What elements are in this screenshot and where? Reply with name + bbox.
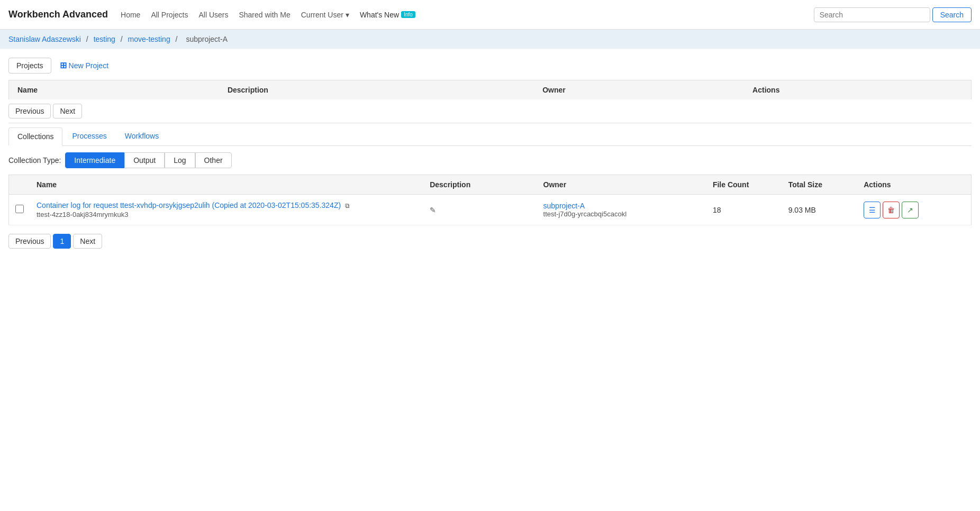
- row-owner-cell: subproject-A ttest-j7d0g-yrcacbqi5cacokl: [537, 195, 706, 225]
- row-checkbox-cell: [9, 195, 31, 225]
- projects-col-desc: Description: [228, 86, 542, 94]
- tab-processes[interactable]: Processes: [63, 127, 115, 145]
- col-filecount-header: File Count: [706, 175, 782, 195]
- breadcrumb-sep-2: /: [121, 35, 125, 43]
- main-content: Projects ⊞ New Project Name Description …: [0, 49, 980, 261]
- row-actions-cell: ☰ 🗑 ↗: [857, 195, 971, 225]
- breadcrumb: Stanislaw Adaszewski / testing / move-te…: [0, 30, 980, 49]
- collections-table-body: Container log for request ttest-xvhdp-or…: [9, 195, 972, 225]
- share-action-button[interactable]: ↗: [902, 202, 919, 218]
- navbar: Workbench Advanced Home All Projects All…: [0, 0, 980, 30]
- plus-icon: ⊞: [60, 60, 67, 70]
- row-checkbox[interactable]: [15, 205, 24, 213]
- breadcrumb-current: subproject-A: [186, 35, 228, 43]
- projects-pagination-top: Previous Next: [8, 99, 972, 123]
- info-badge: Info: [401, 11, 415, 18]
- col-actions-header: Actions: [857, 175, 971, 195]
- collection-subname: ttest-4zz18-0akj834mrymkuk3: [37, 211, 417, 218]
- list-action-button[interactable]: ☰: [864, 202, 881, 218]
- collection-type-filter: Collection Type: Intermediate Output Log…: [8, 152, 972, 168]
- type-btn-other[interactable]: Other: [195, 152, 232, 168]
- trash-icon: 🗑: [887, 206, 895, 214]
- tab-collections[interactable]: Collections: [8, 127, 62, 146]
- collection-type-label: Collection Type:: [8, 156, 61, 165]
- type-btn-intermediate[interactable]: Intermediate: [65, 152, 124, 168]
- type-btn-log[interactable]: Log: [165, 152, 195, 168]
- search-button[interactable]: Search: [932, 7, 972, 22]
- nav-all-projects[interactable]: All Projects: [151, 11, 188, 19]
- col-desc-header: Description: [423, 175, 537, 195]
- breadcrumb-sep-1: /: [86, 35, 90, 43]
- app-brand: Workbench Advanced: [8, 9, 108, 20]
- nav-links: Home All Projects All Users Shared with …: [121, 11, 814, 19]
- dropdown-arrow-icon: ▾: [346, 11, 349, 19]
- collections-table-head: Name Description Owner File Count Total …: [9, 175, 972, 195]
- next-button-bottom[interactable]: Next: [73, 234, 102, 249]
- projects-tab[interactable]: Projects: [8, 58, 51, 74]
- share-icon: ↗: [907, 206, 913, 214]
- col-name-header: Name: [30, 175, 423, 195]
- owner-link[interactable]: subproject-A: [543, 202, 700, 210]
- prev-button-top[interactable]: Previous: [8, 104, 51, 118]
- new-project-button[interactable]: ⊞ New Project: [58, 57, 111, 74]
- col-owner-header: Owner: [537, 175, 706, 195]
- row-totalsize-cell: 9.03 MB: [782, 195, 858, 225]
- prev-button-bottom[interactable]: Previous: [8, 234, 51, 249]
- search-input[interactable]: [814, 7, 930, 22]
- action-buttons: ☰ 🗑 ↗: [864, 202, 965, 218]
- divider-1: [8, 123, 972, 123]
- search-area: Search: [814, 7, 972, 22]
- external-link-icon[interactable]: ⧉: [345, 202, 350, 209]
- type-btn-output[interactable]: Output: [124, 152, 165, 168]
- tab-workflows[interactable]: Workflows: [116, 127, 167, 145]
- row-desc-cell: ✎: [423, 195, 537, 225]
- delete-action-button[interactable]: 🗑: [883, 202, 900, 218]
- collections-pagination-bottom: Previous 1 Next: [8, 230, 972, 253]
- nav-whats-new[interactable]: What's New Info: [360, 11, 415, 19]
- projects-col-actions: Actions: [752, 86, 963, 94]
- nav-shared-with-me[interactable]: Shared with Me: [239, 11, 290, 19]
- nav-home[interactable]: Home: [121, 11, 140, 19]
- next-button-top[interactable]: Next: [53, 104, 82, 118]
- projects-col-owner: Owner: [542, 86, 752, 94]
- owner-subtext: ttest-j7d0g-yrcacbqi5cacokl: [543, 210, 700, 218]
- nav-all-users[interactable]: All Users: [198, 11, 228, 19]
- nav-current-user[interactable]: Current User ▾: [301, 11, 349, 19]
- col-totalsize-header: Total Size: [782, 175, 858, 195]
- projects-table-header: Name Description Owner Actions: [8, 80, 972, 99]
- projects-header: Projects ⊞ New Project: [8, 57, 972, 74]
- list-icon: ☰: [869, 206, 876, 214]
- breadcrumb-sep-3: /: [176, 35, 180, 43]
- breadcrumb-user[interactable]: Stanislaw Adaszewski: [8, 35, 81, 43]
- breadcrumb-move-testing[interactable]: move-testing: [128, 35, 170, 43]
- page-1-button[interactable]: 1: [53, 234, 71, 249]
- row-filecount-cell: 18: [706, 195, 782, 225]
- col-checkbox-header: [9, 175, 31, 195]
- table-row: Container log for request ttest-xvhdp-or…: [9, 195, 972, 225]
- collections-table: Name Description Owner File Count Total …: [8, 175, 972, 225]
- breadcrumb-testing[interactable]: testing: [94, 35, 115, 43]
- row-name-cell: Container log for request ttest-xvhdp-or…: [30, 195, 423, 225]
- collection-name-link[interactable]: Container log for request ttest-xvhdp-or…: [37, 201, 417, 209]
- projects-col-name: Name: [17, 86, 228, 94]
- section-tabs: Collections Processes Workflows: [8, 127, 972, 146]
- description-edit-icon[interactable]: ✎: [430, 206, 436, 214]
